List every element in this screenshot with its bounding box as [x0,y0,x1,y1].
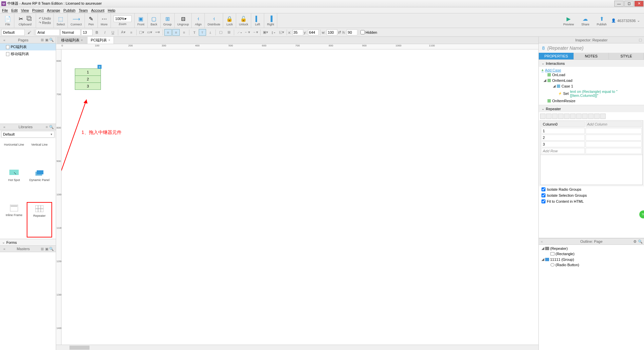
panel-collapse-icon[interactable]: « [541,239,543,243]
checkbox[interactable] [541,187,545,191]
check-fit-content[interactable]: Fit to Content in HTML [539,198,644,204]
tb-connect[interactable]: ⟶Connect [68,13,85,28]
case-1[interactable]: ◢Case 1 [541,83,641,89]
page-item-pc[interactable]: PC端列表 [0,43,56,50]
widget-vertical-line[interactable]: Vertical Line [27,140,52,166]
tb-clipboard[interactable]: ✂⿻Clipboard [14,13,36,28]
scrollbar-thumb[interactable] [69,346,90,350]
tb-zoom[interactable]: 100% ▾Zoom [111,13,135,28]
tb-pen[interactable]: ✎Pen [85,13,98,28]
forms-section[interactable]: Forms [0,239,56,245]
add-case-link[interactable]: Add Case [541,68,641,72]
rep-tb-icon[interactable] [576,114,582,119]
canvas[interactable]: 8 1 2 3 1、拖入中继器元件 [61,49,538,345]
tb-share[interactable]: ☁Share [579,14,592,27]
event-onitemresize[interactable]: OnItemResize [541,98,641,104]
outline-item-rectangle[interactable]: (Rectangle) [539,251,644,256]
add-row[interactable]: Add Row [541,148,585,154]
event-onload[interactable]: OnLoad [541,72,641,77]
arrow-right-button[interactable]: →▾ [252,29,259,36]
underline-button[interactable]: U [109,29,117,36]
rep-tb-icon[interactable] [546,114,551,119]
style-picker-icon[interactable]: 🖌 [25,29,33,36]
event-onitemload[interactable]: ◢OnItemLoad [541,77,641,83]
menu-file[interactable]: File [2,8,8,12]
widget-hot-spot[interactable]: Hot Spot [1,167,27,201]
close-icon[interactable]: × [108,38,110,42]
search-icon[interactable]: 🔍 [49,125,54,129]
checkbox[interactable] [541,199,545,203]
checkbox[interactable] [541,193,545,197]
line-button[interactable]: ▭▾ [146,29,153,36]
check-isolate-selection[interactable]: Isolate Selection Groups [539,192,644,198]
style-preset-select[interactable]: Default [1,29,25,36]
panel-collapse-icon[interactable]: « [2,125,7,129]
repeater-header[interactable]: Repeater [539,105,644,112]
maximize-button[interactable]: ◻ [624,1,634,7]
outline-item-repeater[interactable]: ◢(Repeater) [539,245,644,251]
valign-bottom-button[interactable]: ⫰ [207,29,214,36]
tb-front[interactable]: ▣Front [135,13,148,28]
line-style-button[interactable]: ⟋▾ [235,29,243,36]
search-icon[interactable]: 🔍 [638,239,643,244]
search-icon[interactable]: 🔍 [49,38,54,42]
tb-distribute[interactable]: ⫞Distribute [205,13,223,28]
data-cell[interactable]: 3 [541,141,585,147]
column-header[interactable]: Column0 [541,121,585,127]
tb-ungroup[interactable]: ⊟Ungroup [175,13,192,28]
widget-inline-frame[interactable]: Inline Frame [1,202,27,237]
bullets-button[interactable]: ≡ [128,29,135,36]
tab-style[interactable]: STYLE [609,53,644,59]
valign-middle-button[interactable]: ⫯ [199,29,206,36]
tb-more[interactable]: ⋯More [98,13,111,28]
tab-mobile[interactable]: 移动端列表× [57,36,87,44]
minimize-button[interactable]: — [614,1,624,7]
x-input[interactable] [293,29,303,35]
action-set-text[interactable]: Set text on (Rectangle) equal to "[[Item… [541,89,641,98]
hidden-checkbox[interactable] [360,30,365,34]
add-folder-icon[interactable]: ▣ [44,247,49,251]
outline-item-group[interactable]: ◢11111 (Group) [539,256,644,262]
tb-publish[interactable]: ⬆Publish [594,14,609,27]
rep-tb-icon[interactable] [540,114,545,119]
tb-select[interactable]: ⬚Select [54,13,68,28]
tb-left[interactable]: ▍Left [251,13,264,28]
menu-view[interactable]: View [21,8,29,12]
repeater-row[interactable]: 3 [75,82,101,90]
horizontal-scrollbar[interactable] [56,345,538,350]
check-isolate-radio[interactable]: Isolate Radio Groups [539,186,644,192]
rep-tb-icon[interactable] [588,114,594,119]
padding-button[interactable]: ▣▾ [262,29,269,36]
rep-tb-icon[interactable] [564,114,570,119]
border-outer-button[interactable]: ▢ [217,29,224,36]
zoom-select[interactable]: 100% ▾ [114,15,132,22]
tab-pc[interactable]: PC端列表× [87,36,114,44]
menu-publish[interactable]: Publish [63,8,75,12]
panel-collapse-icon[interactable]: « [2,247,7,251]
spacing-button[interactable]: ⫿▾ [270,29,277,36]
close-icon[interactable]: × [81,38,83,42]
widget-name[interactable]: (Repeater Name) [547,45,584,51]
add-folder-icon[interactable]: ▣ [44,38,49,42]
text-color-button[interactable]: A▾ [120,29,127,36]
tb-group[interactable]: ⊞Group [161,13,175,28]
font-size-select[interactable]: 13 [81,29,93,36]
align-left-button[interactable]: ≡ [164,29,172,36]
rep-tb-icon[interactable] [600,114,606,119]
undo-button[interactable]: ↶ Undo [39,16,51,20]
menu-team[interactable]: Team [79,8,88,12]
italic-button[interactable]: I [101,29,109,36]
w-input[interactable] [327,29,337,35]
library-select[interactable]: Default [1,131,54,138]
widget-repeater[interactable]: Repeater [27,202,52,237]
menu-arrange[interactable]: Arrange [47,8,60,12]
corner-button[interactable]: ◱▾ [278,29,285,36]
redo-button[interactable]: ↷ Redo [39,21,51,25]
repeater-instance[interactable]: 8 1 2 3 [75,69,101,90]
y-input[interactable] [308,29,319,35]
repeater-data-table[interactable]: Column0Add Column 1 2 3 Add Row [540,120,643,155]
tab-notes[interactable]: NOTES [574,53,609,59]
data-cell[interactable]: 2 [541,135,585,141]
filter-icon[interactable]: ⚙ [633,239,637,244]
menu-edit[interactable]: Edit [11,8,18,12]
